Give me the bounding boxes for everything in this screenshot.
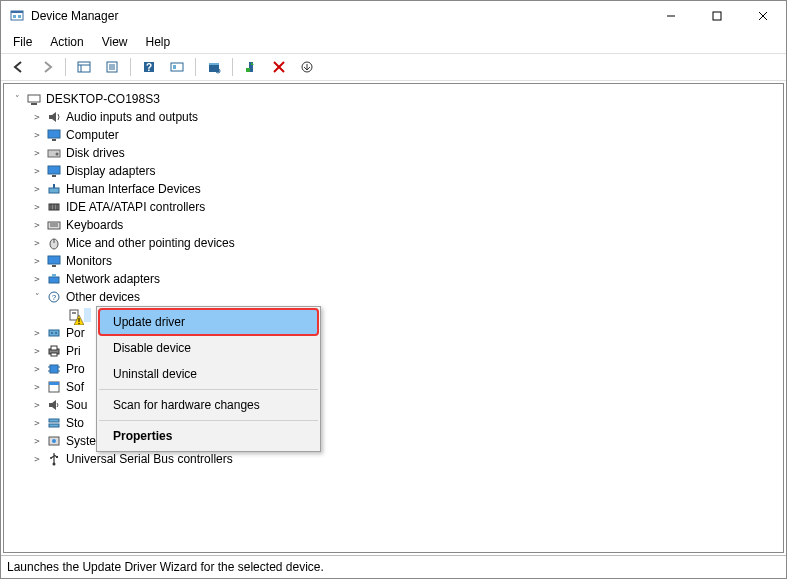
menu-view[interactable]: View — [94, 33, 136, 51]
sound-icon — [46, 397, 62, 413]
chevron-down-icon[interactable] — [10, 94, 24, 104]
tree-category[interactable]: Audio inputs and outputs — [8, 108, 779, 126]
monitor-icon — [46, 127, 62, 143]
monitor-icon — [46, 163, 62, 179]
svg-text:?: ? — [52, 293, 57, 302]
ctx-scan-hardware[interactable]: Scan for hardware changes — [99, 392, 318, 418]
help-button[interactable]: ? — [137, 56, 161, 78]
chevron-right-icon[interactable] — [30, 400, 44, 410]
app-icon — [9, 8, 25, 24]
chevron-right-icon[interactable] — [30, 148, 44, 158]
minimize-button[interactable] — [648, 1, 694, 31]
status-bar: Launches the Update Driver Wizard for th… — [1, 555, 786, 578]
tree-category-label: Display adapters — [64, 164, 157, 178]
svg-rect-29 — [48, 130, 60, 138]
svg-rect-28 — [31, 103, 37, 105]
chevron-right-icon[interactable] — [30, 382, 44, 392]
svg-rect-2 — [13, 15, 16, 18]
svg-point-74 — [50, 457, 52, 459]
printer-icon — [46, 343, 62, 359]
svg-rect-53 — [72, 312, 76, 314]
chevron-right-icon[interactable] — [30, 184, 44, 194]
svg-point-57 — [51, 332, 53, 334]
chevron-right-icon[interactable] — [30, 418, 44, 428]
tree-category[interactable]: IDE ATA/ATAPI controllers — [8, 198, 779, 216]
add-legacy-button[interactable] — [239, 56, 263, 78]
monitor-icon — [46, 253, 62, 269]
menu-help[interactable]: Help — [138, 33, 179, 51]
menu-action[interactable]: Action — [42, 33, 91, 51]
tree-category[interactable]: Disk drives — [8, 144, 779, 162]
tree-category[interactable]: Human Interface Devices — [8, 180, 779, 198]
menu-file[interactable]: File — [5, 33, 40, 51]
svg-rect-3 — [18, 15, 21, 18]
tree-category[interactable]: Keyboards — [8, 216, 779, 234]
port-icon — [46, 325, 62, 341]
scan-button[interactable] — [202, 56, 226, 78]
tree-category[interactable]: Network adapters — [8, 270, 779, 288]
update-driver-toolbar-button[interactable] — [295, 56, 319, 78]
usb-icon — [46, 451, 62, 467]
chevron-right-icon[interactable] — [30, 436, 44, 446]
chevron-right-icon[interactable] — [30, 454, 44, 464]
properties-button[interactable] — [100, 56, 124, 78]
device-tree-panel[interactable]: DESKTOP-CO198S3 Audio inputs and outputs… — [3, 83, 784, 553]
tree-category-label: Network adapters — [64, 272, 162, 286]
ctx-update-driver[interactable]: Update driver — [99, 309, 318, 335]
tree-category-label: Other devices — [64, 290, 142, 304]
uninstall-button[interactable] — [267, 56, 291, 78]
computer-icon — [26, 91, 42, 107]
chevron-right-icon[interactable] — [30, 346, 44, 356]
ctx-uninstall-device[interactable]: Uninstall device — [99, 361, 318, 387]
chevron-right-icon[interactable] — [30, 166, 44, 176]
maximize-button[interactable] — [694, 1, 740, 31]
chevron-right-icon[interactable] — [30, 238, 44, 248]
status-text: Launches the Update Driver Wizard for th… — [7, 560, 324, 574]
chevron-right-icon[interactable] — [30, 130, 44, 140]
svg-rect-62 — [50, 365, 58, 373]
show-hidden-button[interactable] — [72, 56, 96, 78]
tree-category[interactable]: Mice and other pointing devices — [8, 234, 779, 252]
window-title: Device Manager — [31, 9, 118, 23]
svg-rect-70 — [49, 424, 59, 427]
tree-root[interactable]: DESKTOP-CO198S3 — [8, 90, 779, 108]
tree-category[interactable]: Universal Serial Bus controllers — [8, 450, 779, 468]
svg-rect-48 — [49, 277, 59, 283]
tree-category-label: Human Interface Devices — [64, 182, 203, 196]
chevron-right-icon[interactable] — [30, 328, 44, 338]
back-button[interactable] — [7, 56, 31, 78]
close-button[interactable] — [740, 1, 786, 31]
svg-rect-34 — [52, 175, 56, 177]
chevron-right-icon[interactable] — [30, 202, 44, 212]
svg-rect-35 — [49, 188, 59, 193]
tree-category[interactable]: Monitors — [8, 252, 779, 270]
chevron-right-icon[interactable] — [30, 112, 44, 122]
ctx-separator — [99, 389, 318, 390]
forward-button[interactable] — [35, 56, 59, 78]
tree-category[interactable]: Display adapters — [8, 162, 779, 180]
tree-category-label: Universal Serial Bus controllers — [64, 452, 235, 466]
svg-rect-75 — [56, 456, 58, 458]
ctx-disable-device[interactable]: Disable device — [99, 335, 318, 361]
unknown-device-icon — [66, 307, 82, 323]
tree-category[interactable]: ?Other devices — [8, 288, 779, 306]
chevron-right-icon[interactable] — [30, 364, 44, 374]
action-button[interactable] — [165, 56, 189, 78]
window-controls — [648, 1, 786, 31]
tree-category-label: Computer — [64, 128, 121, 142]
keyboard-icon — [46, 217, 62, 233]
svg-rect-69 — [49, 419, 59, 422]
ctx-properties[interactable]: Properties — [99, 423, 318, 449]
svg-rect-60 — [51, 346, 57, 350]
tree-category[interactable]: Computer — [8, 126, 779, 144]
chevron-right-icon[interactable] — [30, 256, 44, 266]
svg-rect-19 — [209, 65, 219, 72]
chevron-down-icon[interactable] — [30, 292, 44, 302]
svg-rect-18 — [173, 65, 176, 69]
chevron-right-icon[interactable] — [30, 274, 44, 284]
svg-rect-46 — [48, 256, 60, 264]
chevron-right-icon[interactable] — [30, 220, 44, 230]
svg-point-58 — [55, 332, 57, 334]
svg-rect-30 — [52, 139, 56, 141]
svg-point-55 — [78, 323, 79, 324]
